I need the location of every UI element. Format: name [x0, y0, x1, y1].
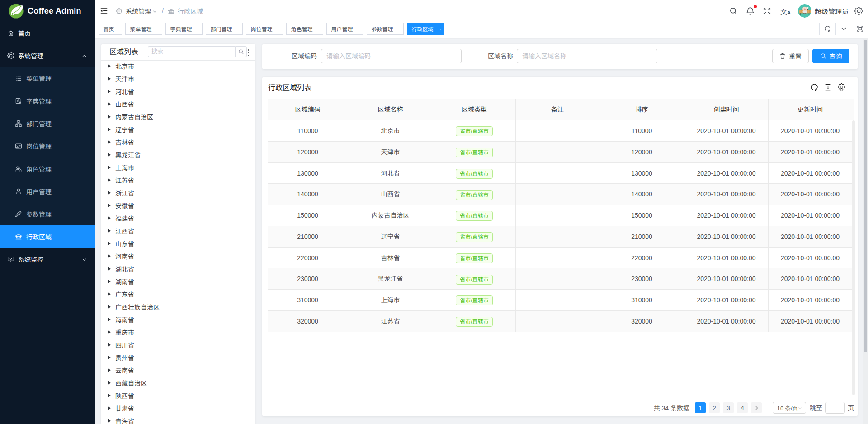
tree-item[interactable]: 上海市 — [101, 161, 255, 174]
cell-remark — [516, 248, 599, 269]
sidebar-item-system[interactable]: 系统管理 — [0, 44, 95, 67]
sidebar-submenu-item[interactable]: 参数管理 — [0, 203, 95, 225]
pagination-page-button[interactable]: 3 — [723, 402, 734, 413]
tree-search-button[interactable] — [235, 46, 247, 57]
table-row[interactable]: 230000 黑龙江省 省市/直辖市 230000 2020-10-01 00:… — [268, 268, 854, 290]
sidebar-submenu-item[interactable]: 角色管理 — [0, 157, 95, 180]
tree-item[interactable]: 内蒙古自治区 — [101, 110, 255, 123]
tab-refresh-button[interactable] — [819, 23, 835, 35]
table-row[interactable]: 120000 天津市 省市/直辖市 120000 2020-10-01 00:0… — [268, 142, 854, 163]
translate-icon[interactable]: 文A — [780, 7, 791, 15]
tree-item[interactable]: 湖南省 — [101, 275, 255, 288]
tree-item-label: 西藏自治区 — [115, 378, 147, 387]
tree-item[interactable]: 北京市 — [101, 60, 255, 72]
table-row[interactable]: 130000 河北省 省市/直辖市 130000 2020-10-01 00:0… — [268, 163, 854, 184]
sidebar-submenu-item[interactable]: 菜单管理 — [0, 67, 95, 90]
window-scrollbar[interactable] — [863, 38, 868, 424]
tree-item[interactable]: 西藏自治区 — [101, 376, 255, 389]
tree-item[interactable]: 山东省 — [101, 237, 255, 250]
search-icon[interactable] — [729, 7, 738, 15]
tree-item[interactable]: 河北省 — [101, 85, 255, 98]
tree-item[interactable]: 云南省 — [101, 364, 255, 376]
tree-item[interactable]: 辽宁省 — [101, 123, 255, 136]
tab-fullscreen-button[interactable] — [852, 23, 868, 35]
region-name-input[interactable] — [517, 49, 657, 63]
reset-button[interactable]: 重置 — [772, 49, 809, 63]
tree-item-label: 陕西省 — [115, 391, 134, 400]
icon-badge — [15, 143, 22, 150]
tab[interactable]: 字典管理 — [165, 23, 203, 35]
tree-item[interactable]: 河南省 — [101, 250, 255, 262]
tree-item[interactable]: 天津市 — [101, 72, 255, 85]
tree-item[interactable]: 广西壮族自治区 — [101, 300, 255, 313]
table-row[interactable]: 110000 北京市 省市/直辖市 110000 2020-10-01 00:0… — [268, 120, 854, 142]
tree-item[interactable]: 四川省 — [101, 338, 255, 351]
column-height-icon[interactable] — [824, 83, 832, 91]
sidebar-item-monitor[interactable]: 系统监控 — [0, 248, 95, 271]
pagination-page-button[interactable]: 2 — [709, 402, 720, 413]
tab[interactable]: 角色管理 — [286, 23, 323, 35]
tab[interactable]: 用户管理 — [326, 23, 363, 35]
sidebar-submenu-item[interactable]: 用户管理 — [0, 180, 95, 203]
tree-item[interactable]: 吉林省 — [101, 136, 255, 148]
cell-created-time: 2020-10-01 00:00:00 — [684, 184, 769, 205]
tree-item[interactable]: 贵州省 — [101, 351, 255, 364]
user-name[interactable]: 超级管理员 — [815, 6, 849, 16]
table-row[interactable]: 310000 上海市 省市/直辖市 310000 2020-10-01 00:0… — [268, 290, 854, 311]
tree-search-input[interactable] — [148, 46, 235, 57]
tree-item[interactable]: 浙江省 — [101, 186, 255, 199]
sidebar-submenu-item[interactable]: 部门管理 — [0, 112, 95, 135]
tab[interactable]: 部门管理 — [206, 23, 243, 35]
tab[interactable]: 菜单管理 — [125, 23, 162, 35]
tree-item[interactable]: 海南省 — [101, 313, 255, 326]
tree-item[interactable]: 青海省 — [101, 414, 255, 424]
tree-item[interactable]: 黑龙江省 — [101, 148, 255, 161]
table-row[interactable]: 210000 辽宁省 省市/直辖市 210000 2020-10-01 00:0… — [268, 226, 854, 248]
app-logo[interactable]: Coffee Admin — [0, 0, 95, 22]
jump-page-input[interactable] — [825, 402, 845, 414]
tree-item[interactable]: 江苏省 — [101, 174, 255, 186]
settings-gear-icon[interactable] — [854, 7, 863, 15]
tree-item[interactable]: 福建省 — [101, 212, 255, 224]
table-row[interactable]: 150000 内蒙古自治区 省市/直辖市 150000 2020-10-01 0… — [268, 205, 854, 226]
pagination-page-button[interactable]: 1 — [695, 402, 706, 413]
table-settings-gear-icon[interactable] — [838, 83, 845, 91]
tree-item[interactable]: 陕西省 — [101, 389, 255, 402]
tab[interactable]: 参数管理 — [367, 23, 404, 35]
window-scrollbar-thumb[interactable] — [864, 40, 867, 352]
tab-menu-button[interactable] — [835, 23, 852, 35]
tab[interactable]: 岗位管理 — [246, 23, 283, 35]
breadcrumb-system[interactable]: 系统管理 — [126, 6, 151, 15]
sidebar-submenu-item[interactable]: 岗位管理 — [0, 135, 95, 157]
table-row[interactable]: 140000 山西省 省市/直辖市 140000 2020-10-01 00:0… — [268, 184, 854, 205]
notification-bell[interactable] — [746, 7, 755, 15]
pagination-next-button[interactable] — [751, 402, 762, 413]
tree-item[interactable]: 山西省 — [101, 98, 255, 110]
tree-item-label: 江苏省 — [115, 176, 134, 185]
query-button[interactable]: 查询 — [812, 49, 849, 63]
tab-close-icon[interactable] — [438, 27, 441, 30]
sidebar-submenu-item[interactable]: 行政区域 — [0, 225, 95, 248]
tree-item[interactable]: 湖北省 — [101, 262, 255, 275]
tree-item[interactable]: 重庆市 — [101, 326, 255, 338]
pagination-page-button[interactable]: 4 — [737, 402, 748, 413]
tree-item[interactable]: 江西省 — [101, 224, 255, 237]
tree-item-label: 河北省 — [115, 87, 134, 96]
table-row[interactable]: 220000 吉林省 省市/直辖市 220000 2020-10-01 00:0… — [268, 248, 854, 269]
refresh-icon[interactable] — [811, 83, 818, 91]
sidebar-item-home[interactable]: 首页 — [0, 22, 95, 44]
table-row[interactable]: 320000 江苏省 省市/直辖市 320000 2020-10-01 00:0… — [268, 311, 854, 332]
fullscreen-icon[interactable] — [763, 7, 771, 15]
tree-item[interactable]: 甘肃省 — [101, 402, 255, 414]
region-code-input[interactable] — [321, 49, 462, 63]
tab[interactable]: 首页 — [99, 23, 122, 35]
avatar[interactable] — [798, 4, 811, 18]
page-size-select[interactable]: 10 条/页 — [773, 402, 806, 414]
menu-fold-icon[interactable] — [100, 7, 108, 14]
tree-item[interactable]: 安徽省 — [101, 199, 255, 212]
tree-item[interactable]: 广东省 — [101, 288, 255, 300]
sidebar-submenu-item[interactable]: 字典管理 — [0, 90, 95, 112]
tree-more-button[interactable] — [246, 47, 250, 58]
tab[interactable]: 行政区域 — [407, 23, 444, 35]
table-scrollbar[interactable] — [852, 120, 855, 395]
